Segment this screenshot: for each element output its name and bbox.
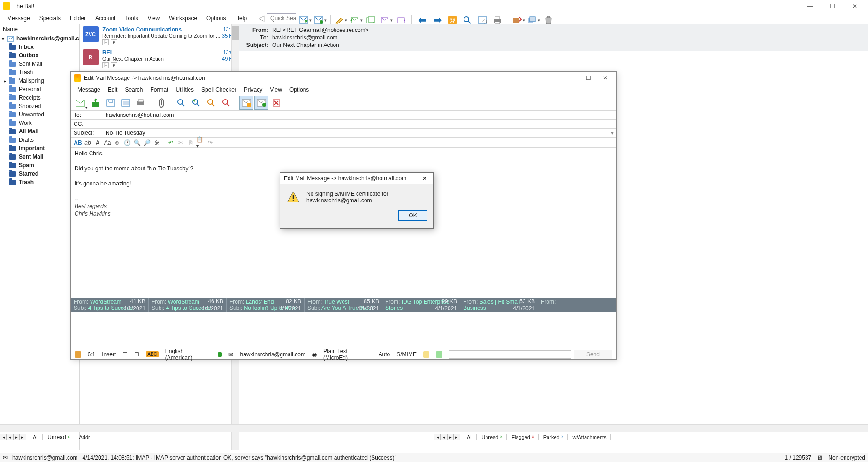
nav-back-icon[interactable]: ◁ <box>259 14 264 23</box>
menu-tools[interactable]: Tools <box>121 14 142 23</box>
compose-menu-utilities[interactable]: Utilities <box>172 85 198 94</box>
find-next-icon[interactable] <box>189 96 203 110</box>
compose-menu-view[interactable]: View <box>266 85 286 94</box>
smime-label[interactable]: S/MIME <box>396 351 417 358</box>
header-card[interactable]: From: <box>538 298 616 312</box>
time-icon[interactable]: 🕐 <box>123 139 131 147</box>
font-size-icon[interactable]: Aa <box>103 139 112 147</box>
menu-view[interactable]: View <box>143 14 164 23</box>
tab-all-left[interactable]: All <box>29 434 43 440</box>
send-button[interactable]: Send <box>574 350 612 359</box>
close-button[interactable]: ✕ <box>845 1 865 11</box>
replace-icon[interactable] <box>204 96 218 110</box>
dialog-ok-button[interactable]: OK <box>398 210 427 221</box>
send-profile-combo[interactable] <box>449 350 571 359</box>
compose-minimize-button[interactable]: — <box>563 73 579 83</box>
menu-message[interactable]: Message <box>3 14 34 23</box>
menu-help[interactable]: Help <box>231 14 251 23</box>
tab-unread-left[interactable]: Unread× <box>44 433 74 441</box>
menu-account[interactable]: Account <box>91 14 120 23</box>
paste-icon[interactable]: 📋▾ <box>196 139 205 147</box>
folder-item[interactable]: Work <box>0 119 79 127</box>
maximize-button[interactable]: ☐ <box>822 1 843 11</box>
folder-item[interactable]: All Mail <box>0 127 79 136</box>
view-tab[interactable]: Flagged × <box>508 434 539 440</box>
encrypt-status-icon[interactable] <box>436 351 442 358</box>
compose-menu-format[interactable]: Format <box>146 85 172 94</box>
redo-icon[interactable]: ↷ <box>206 139 214 147</box>
view-tab[interactable]: w/Attachments <box>569 434 610 440</box>
subject-field[interactable]: No-Tie Tuesday <box>104 130 609 136</box>
minimize-button[interactable]: — <box>799 1 820 11</box>
compose-menu-search[interactable]: Search <box>121 85 146 94</box>
undo-icon[interactable]: ↶ <box>167 139 175 147</box>
queue-icon[interactable] <box>89 96 103 110</box>
compose-maximize-button[interactable]: ☐ <box>580 73 596 83</box>
special-char-icon[interactable]: ※ <box>152 139 161 147</box>
message-row[interactable]: R REI13:05 Our Next Chapter in Action49 … <box>80 47 239 70</box>
auto-label[interactable]: Auto <box>379 351 390 358</box>
view-tab[interactable]: All <box>463 434 477 440</box>
save-template-icon[interactable] <box>119 96 133 110</box>
account-node[interactable]: ▾ hawkinsrchris@gmail.com <box>0 34 79 43</box>
goto-icon[interactable] <box>219 96 233 110</box>
menu-options[interactable]: Options <box>202 14 230 23</box>
park-icon[interactable]: P <box>111 39 117 45</box>
tab-addr-left[interactable]: Addr <box>75 434 94 440</box>
zoom-in-icon[interactable]: 🔍 <box>133 139 141 147</box>
subject-expand-icon[interactable]: ▾ <box>609 130 616 136</box>
compose-menu-message[interactable]: Message <box>74 85 104 94</box>
to-field[interactable]: hawkinschris@hotmail.com <box>104 112 616 118</box>
menu-specials[interactable]: Specials <box>35 14 65 23</box>
folder-item[interactable]: Unwanted <box>0 110 79 119</box>
encrypt-icon[interactable] <box>254 96 268 110</box>
message-row[interactable]: ZVC Zoom Video Communications13:11 Remin… <box>80 24 239 47</box>
copy-icon[interactable]: ⎘ <box>186 139 195 147</box>
view-tab[interactable]: Unread × <box>478 434 507 440</box>
folder-item[interactable]: Starred <box>0 169 79 178</box>
compose-menu-edit[interactable]: Edit <box>104 85 122 94</box>
folder-item[interactable]: Sent Mail <box>0 60 79 68</box>
emoji-icon[interactable]: ☺ <box>113 139 122 147</box>
dialog-close-button[interactable]: ✕ <box>420 175 429 182</box>
folder-item[interactable]: Important <box>0 144 79 153</box>
main-h-scrollbar[interactable] <box>0 424 868 432</box>
folder-item[interactable]: Drafts <box>0 136 79 144</box>
bold-icon[interactable]: AB <box>74 139 82 147</box>
folder-item[interactable]: Sent Mail <box>0 153 79 161</box>
compose-menu-options[interactable]: Options <box>286 85 312 94</box>
compose-menu-privacy[interactable]: Privacy <box>240 85 266 94</box>
menu-workspace[interactable]: Workspace <box>165 14 201 23</box>
tabs-right-nav[interactable]: |◂◂▸▸| <box>434 434 460 440</box>
attach-file-icon[interactable] <box>154 96 168 110</box>
status-account[interactable]: hawkinsrchris@gmail.com <box>240 351 305 358</box>
header-card[interactable]: 41 KB1/202141 KB 4/1/2021 From: WordStre… <box>71 298 149 312</box>
folder-item[interactable]: Spam <box>0 161 79 169</box>
font-color-icon[interactable]: A̲ <box>93 139 102 147</box>
find-icon[interactable] <box>174 96 188 110</box>
folder-item[interactable]: Trash <box>0 68 79 77</box>
menu-folder[interactable]: Folder <box>66 14 90 23</box>
folder-item[interactable]: Outbox <box>0 51 79 60</box>
folder-item[interactable]: Snoozed <box>0 102 79 110</box>
compose-close-button[interactable]: ✕ <box>597 73 613 83</box>
header-card[interactable]: 85 KB 4/1/2021 From: True West Subj: Are… <box>305 298 382 312</box>
compose-titlebar[interactable]: Edit Mail Message -> hawkinschris@hotmai… <box>71 72 616 84</box>
header-card[interactable]: 82 KB 4/1/2021 From: Lands' End Subj: No… <box>227 298 305 312</box>
tabs-left-nav[interactable]: |◂◂▸▸| <box>0 434 26 440</box>
zoom-out-icon[interactable]: 🔎 <box>143 139 151 147</box>
header-card[interactable]: 46 KB 4/1/2021 From: WordStream Subj: 4 … <box>149 298 227 312</box>
save-draft-icon[interactable] <box>104 96 118 110</box>
folder-item[interactable]: Personal <box>0 85 79 93</box>
text-format[interactable]: Plain Text (MicroEd) <box>323 348 372 361</box>
sign-icon[interactable] <box>239 96 253 110</box>
sign-status-icon[interactable] <box>423 351 430 358</box>
flag-icon[interactable]: ⚐ <box>102 62 109 68</box>
send-now-icon[interactable]: ▾ <box>74 96 88 110</box>
header-card[interactable]: 53 KB 4/1/2021 From: Sales | Fit Small B… <box>460 298 538 312</box>
cut-icon[interactable]: ✂ <box>176 139 185 147</box>
folder-item[interactable]: Trash <box>0 178 79 186</box>
compose-menu-spellchecker[interactable]: Spell Checker <box>198 85 240 94</box>
language[interactable]: English (American) <box>165 348 211 361</box>
folder-item[interactable]: ▸Mailspring <box>0 77 79 85</box>
